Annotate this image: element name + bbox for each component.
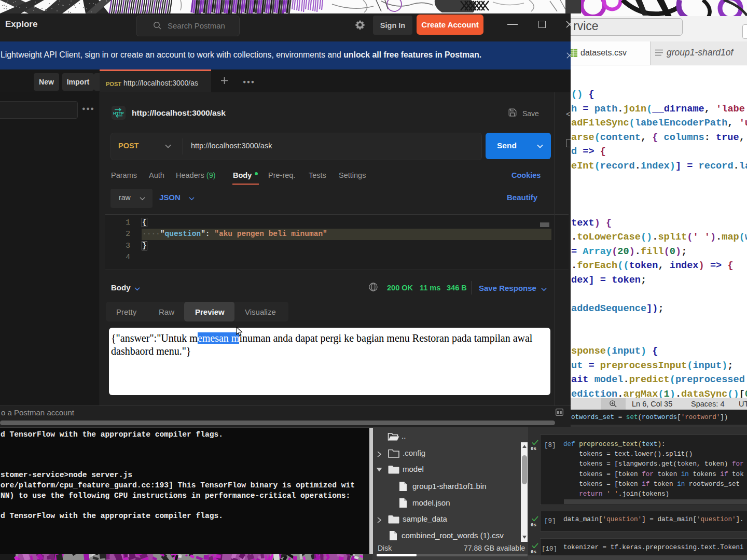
svg-text:HTTP: HTTP: [113, 111, 125, 116]
